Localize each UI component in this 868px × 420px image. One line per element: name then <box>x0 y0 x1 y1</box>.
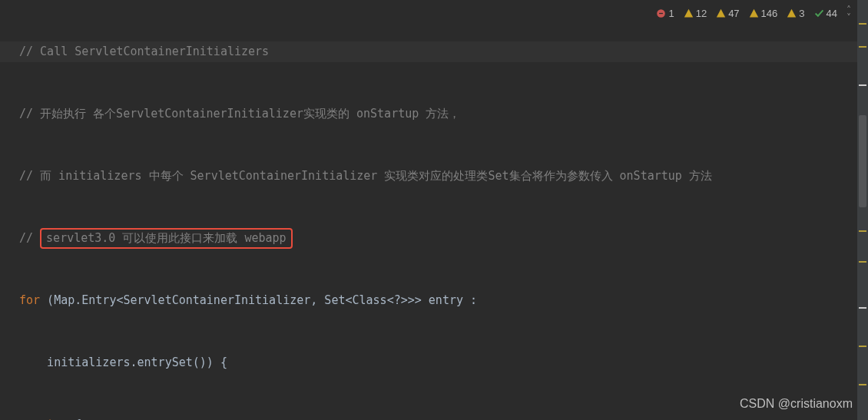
error-count: 1 <box>668 3 674 24</box>
comment-line: // 开始执行 各个ServletContainerInitializer实现类… <box>19 107 460 121</box>
warning-count: 47 <box>728 3 739 24</box>
scrollbar-mark <box>859 346 866 347</box>
scrollbar-mark <box>859 261 866 263</box>
svg-marker-4 <box>749 9 757 18</box>
warning-indicator[interactable]: 3 <box>787 3 804 24</box>
code-text: (Map.Entry<ServletContainerInitializer, … <box>40 293 477 307</box>
warning-indicator[interactable]: 12 <box>684 3 707 24</box>
scrollbar-mark <box>859 46 866 48</box>
error-indicator[interactable]: 1 <box>656 3 674 24</box>
svg-marker-3 <box>717 9 725 18</box>
comment-line: // Call ServletContainerInitializers <box>19 45 269 58</box>
code-text: initializers.entrySet()) { <box>19 356 227 369</box>
warning-count: 146 <box>761 3 778 24</box>
nav-arrows[interactable]: ˄ ˅ <box>846 6 851 21</box>
check-icon <box>814 8 824 18</box>
warning-count: 3 <box>799 3 804 24</box>
warning-count: 12 <box>696 3 707 24</box>
problems-indicator-bar: 1 12 47 146 3 44 ˄ ˅ <box>656 3 851 24</box>
scrollbar-mark <box>859 230 866 232</box>
comment-line: // 而 initializers 中每个 ServletContainerIn… <box>19 169 712 183</box>
scrollbar-mark <box>859 384 866 385</box>
svg-marker-2 <box>684 9 692 18</box>
scrollbar-thumb[interactable] <box>859 115 866 207</box>
scrollbar-mark <box>859 84 866 86</box>
warning-icon <box>787 8 797 18</box>
scrollbar-mark <box>859 307 866 309</box>
scrollbar-mark <box>859 23 866 25</box>
svg-rect-1 <box>659 13 663 14</box>
chevron-down-icon: ˅ <box>846 14 851 21</box>
warning-indicator[interactable]: 146 <box>749 3 778 24</box>
svg-marker-5 <box>787 9 796 18</box>
vertical-scrollbar[interactable] <box>857 0 868 420</box>
code-editor[interactable]: // Call ServletContainerInitializers // … <box>0 0 868 420</box>
warning-icon <box>684 8 694 18</box>
keyword: for <box>19 293 40 307</box>
watermark: CSDN @cristianoxm <box>740 393 853 414</box>
success-count: 44 <box>827 3 837 24</box>
error-icon <box>656 8 666 18</box>
warning-icon <box>749 8 759 18</box>
success-indicator[interactable]: 44 <box>814 3 837 24</box>
warning-indicator[interactable]: 47 <box>716 3 739 24</box>
comment-line: // <box>19 231 40 245</box>
warning-icon <box>716 8 726 18</box>
highlight-box-servlet3: servlet3.0 可以使用此接口来加载 webapp <box>40 228 293 249</box>
